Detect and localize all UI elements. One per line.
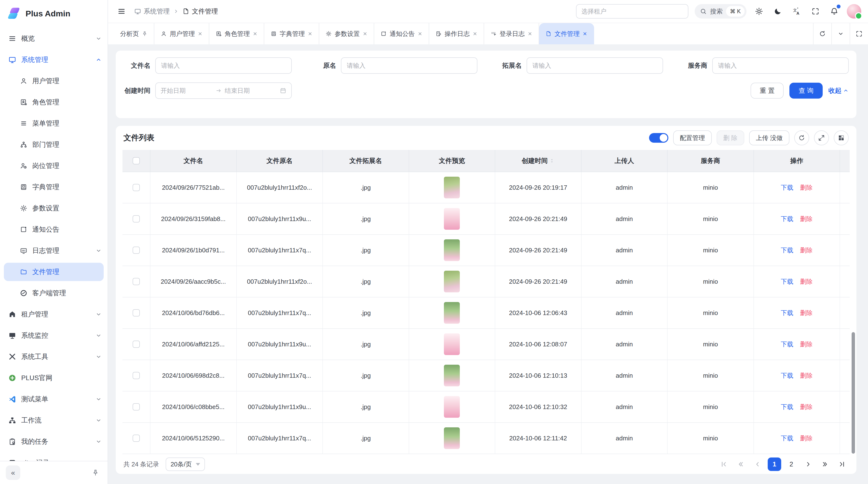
sidebar-item-department-management[interactable]: 部门管理 — [0, 134, 107, 155]
delete-link[interactable]: 删除 — [800, 340, 812, 349]
column-settings-button[interactable] — [834, 130, 849, 146]
dark-mode-button[interactable] — [772, 5, 784, 18]
sidebar-item-system-monitor[interactable]: 系统监控 — [0, 325, 107, 346]
file-preview-thumbnail[interactable] — [444, 396, 460, 418]
delete-link[interactable]: 删除 — [800, 246, 812, 255]
refresh-tab-button[interactable] — [813, 23, 831, 44]
file-preview-thumbnail[interactable] — [444, 271, 460, 292]
breadcrumb-system-management[interactable]: 系统管理 — [134, 7, 170, 16]
tab-analysis[interactable]: 分析页 — [114, 23, 154, 44]
tab-file-management[interactable]: 文件管理 — [539, 23, 594, 44]
row-checkbox[interactable] — [133, 309, 140, 317]
last-page-button[interactable] — [835, 457, 849, 471]
download-link[interactable]: 下载 — [781, 403, 793, 411]
date-range-picker[interactable]: 开始日期 结束日期 — [155, 83, 292, 99]
sidebar-item-system-management[interactable]: 系统管理 — [0, 49, 107, 70]
content-fullscreen-button[interactable] — [850, 23, 868, 44]
row-checkbox[interactable] — [133, 247, 140, 254]
col-header-created-time[interactable]: 创建时间 — [495, 150, 582, 172]
table-refresh-button[interactable] — [794, 130, 809, 146]
row-checkbox[interactable] — [133, 184, 140, 191]
pin-icon[interactable] — [142, 31, 148, 37]
close-icon[interactable] — [198, 31, 203, 36]
row-checkbox[interactable] — [133, 403, 140, 411]
sidebar-item-overview[interactable]: 概览 — [0, 28, 107, 49]
original-name-input[interactable] — [341, 57, 477, 74]
download-link[interactable]: 下载 — [781, 434, 793, 443]
sidebar-item-workflow[interactable]: 工作流 — [0, 410, 107, 431]
next-page-button[interactable] — [802, 457, 815, 471]
jump-back-button[interactable] — [734, 457, 747, 471]
sidebar-item-my-tasks[interactable]: 我的任务 — [0, 431, 107, 452]
tab-login-log[interactable]: 登录日志 — [484, 23, 539, 44]
file-preview-thumbnail[interactable] — [444, 177, 460, 198]
sidebar-item-menu-management[interactable]: 菜单管理 — [0, 113, 107, 134]
sidebar-item-test-menu[interactable]: 测试菜单 — [0, 389, 107, 410]
settings-button[interactable] — [753, 5, 765, 18]
upload-button[interactable]: 上传 没做 — [749, 130, 789, 146]
tab-dictionary-management[interactable]: 字典管理 — [264, 23, 319, 44]
download-link[interactable]: 下载 — [781, 309, 793, 317]
tab-role-management[interactable]: 角色管理 — [209, 23, 264, 44]
download-link[interactable]: 下载 — [781, 340, 793, 349]
close-icon[interactable] — [363, 31, 368, 36]
tenant-select[interactable] — [576, 4, 688, 19]
stripe-toggle[interactable] — [649, 133, 669, 143]
sidebar-pin-button[interactable] — [89, 466, 102, 479]
delete-link[interactable]: 删除 — [800, 278, 812, 286]
file-name-input[interactable] — [155, 57, 292, 74]
collapse-filters-link[interactable]: 收起 — [829, 86, 849, 95]
tab-user-management[interactable]: 用户管理 — [154, 23, 209, 44]
language-button[interactable] — [790, 5, 803, 18]
first-page-button[interactable] — [717, 457, 731, 471]
breadcrumb-file-management[interactable]: 文件管理 — [182, 7, 218, 16]
page-size-select[interactable]: 20条/页 — [166, 457, 205, 471]
close-icon[interactable] — [308, 31, 312, 36]
tab-parameter-settings[interactable]: 参数设置 — [319, 23, 374, 44]
download-link[interactable]: 下载 — [781, 278, 793, 286]
sidebar-item-dictionary-management[interactable]: 字典管理 — [0, 176, 107, 198]
close-icon[interactable] — [528, 31, 532, 36]
close-icon[interactable] — [253, 31, 257, 36]
page-2-button[interactable]: 2 — [784, 457, 798, 471]
row-checkbox[interactable] — [133, 434, 140, 442]
notifications-button[interactable] — [828, 5, 840, 18]
file-preview-thumbnail[interactable] — [444, 333, 460, 355]
sidebar-item-user-management[interactable]: 用户管理 — [0, 70, 107, 92]
sidebar-item-client-management[interactable]: 客户端管理 — [0, 283, 107, 304]
table-fullscreen-button[interactable] — [814, 130, 829, 146]
extension-input[interactable] — [527, 57, 663, 74]
sidebar-item-file-management[interactable]: 文件管理 — [4, 263, 104, 281]
delete-link[interactable]: 删除 — [800, 434, 812, 443]
sidebar-item-system-tools[interactable]: 系统工具 — [0, 346, 107, 367]
fullscreen-button[interactable] — [809, 5, 822, 18]
close-icon[interactable] — [472, 31, 477, 36]
reset-button[interactable]: 重 置 — [751, 83, 784, 99]
delete-link[interactable]: 删除 — [800, 372, 812, 380]
download-link[interactable]: 下载 — [781, 215, 793, 223]
sidebar-item-role-management[interactable]: 角色管理 — [0, 92, 107, 113]
tab-operation-log[interactable]: 操作日志 — [429, 23, 484, 44]
sidebar-collapse-button[interactable]: « — [6, 465, 20, 480]
file-preview-thumbnail[interactable] — [444, 239, 460, 261]
row-checkbox[interactable] — [133, 278, 140, 285]
user-avatar[interactable] — [847, 4, 861, 19]
sidebar-item-plus-website[interactable]: PLUS官网 — [0, 367, 107, 389]
search-button[interactable]: 查 询 — [789, 83, 823, 99]
sidebar-item-parameter-settings[interactable]: 参数设置 — [0, 198, 107, 219]
row-checkbox[interactable] — [133, 215, 140, 223]
sort-icon[interactable] — [549, 158, 555, 163]
delete-link[interactable]: 删除 — [800, 184, 812, 192]
download-link[interactable]: 下载 — [781, 372, 793, 380]
row-checkbox[interactable] — [133, 341, 140, 348]
file-preview-thumbnail[interactable] — [444, 427, 460, 449]
download-link[interactable]: 下载 — [781, 246, 793, 255]
tab-notice-announcement[interactable]: 通知公告 — [374, 23, 429, 44]
sidebar-item-post-management[interactable]: 岗位管理 — [0, 155, 107, 176]
tenant-select-input[interactable] — [581, 8, 683, 15]
close-icon[interactable] — [583, 31, 587, 36]
config-management-button[interactable]: 配置管理 — [673, 130, 712, 146]
delete-link[interactable]: 删除 — [800, 403, 812, 411]
download-link[interactable]: 下载 — [781, 184, 793, 192]
tab-list-dropdown-button[interactable] — [831, 23, 850, 44]
